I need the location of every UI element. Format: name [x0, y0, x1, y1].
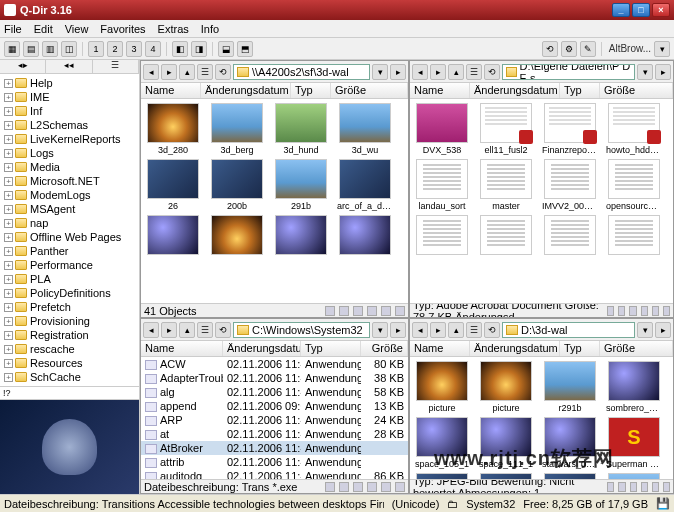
tree-node[interactable]: +IME — [4, 90, 137, 104]
col-2[interactable]: Typ — [301, 341, 361, 356]
path-dropdown[interactable]: ▾ — [372, 64, 388, 80]
status-icon[interactable] — [618, 482, 625, 492]
file-row[interactable]: ACW02.11.2006 11:44Anwendung80 KB — [141, 357, 408, 371]
status-icon[interactable] — [367, 482, 377, 492]
thumbnail-item[interactable]: ell11_fusl2 — [478, 103, 534, 155]
expand-icon[interactable]: + — [4, 135, 13, 144]
expand-icon[interactable]: + — [4, 219, 13, 228]
tree-node[interactable]: +SchCache — [4, 370, 137, 384]
back-button[interactable]: ◂ — [412, 64, 428, 80]
tool-pane1[interactable]: 1 — [88, 41, 104, 57]
thumbnail-item[interactable]: Superman Original — [606, 417, 662, 469]
fwd-button[interactable]: ▸ — [161, 64, 177, 80]
file-row[interactable]: AtBroker02.11.2006 11:44Anwendung — [141, 441, 408, 455]
thumbnail-item[interactable]: sombrero_hst_big — [606, 361, 662, 413]
thumbnail-item[interactable]: 3d_wu — [337, 103, 393, 155]
thumbnail-item[interactable]: DVX_538 — [414, 103, 470, 155]
tree-node[interactable]: +Microsoft.NET — [4, 174, 137, 188]
col-0[interactable]: Name — [141, 341, 223, 356]
tree-node[interactable]: +MSAgent — [4, 202, 137, 216]
status-icon[interactable] — [652, 482, 659, 492]
col-3[interactable]: Größe — [600, 83, 673, 98]
view-button[interactable]: ☰ — [197, 64, 213, 80]
up-button[interactable]: ▴ — [179, 64, 195, 80]
col-1[interactable]: Änderungsdatum — [470, 83, 560, 98]
thumbnail-item[interactable]: starwars_027_1024 — [542, 417, 598, 469]
menu-edit[interactable]: Edit — [34, 23, 53, 35]
status-icon[interactable] — [381, 306, 391, 316]
path-dropdown[interactable]: ▾ — [637, 64, 653, 80]
thumbnail-item[interactable]: picture — [478, 361, 534, 413]
col-2[interactable]: Typ — [560, 341, 600, 356]
thumbnail-item[interactable]: opensource_und_li... — [606, 159, 662, 211]
menu-info[interactable]: Info — [201, 23, 219, 35]
expand-icon[interactable]: + — [4, 79, 13, 88]
path-field[interactable]: C:\Windows\System32 — [233, 322, 370, 338]
expand-icon[interactable]: + — [4, 345, 13, 354]
col-2[interactable]: Typ — [291, 83, 331, 98]
up-button[interactable]: ▴ — [179, 322, 195, 338]
sidebar-tab-1[interactable]: ◂▸ — [0, 60, 46, 73]
sidebar-tab-2[interactable]: ◂◂ — [46, 60, 92, 73]
expand-icon[interactable]: + — [4, 247, 13, 256]
tree-node[interactable]: +Logs — [4, 146, 137, 160]
col-1[interactable]: Änderungsdatum — [201, 83, 291, 98]
tree-node[interactable]: +Panther — [4, 244, 137, 258]
view-button[interactable]: ☰ — [466, 322, 482, 338]
tree-node[interactable]: +Performance — [4, 258, 137, 272]
tree-node[interactable]: +Offline Web Pages — [4, 230, 137, 244]
tree-node[interactable]: +PolicyDefinitions — [4, 286, 137, 300]
tree-node[interactable]: +L2Schemas — [4, 118, 137, 132]
tool-layout4[interactable]: ◫ — [61, 41, 77, 57]
tool-d[interactable]: ⬒ — [237, 41, 253, 57]
tool-layout2[interactable]: ▤ — [23, 41, 39, 57]
col-1[interactable]: Änderungsdatum — [223, 341, 301, 356]
thumbnail-item[interactable] — [478, 215, 534, 257]
crumb-dropdown[interactable]: ▾ — [654, 41, 670, 57]
menu-extras[interactable]: Extras — [158, 23, 189, 35]
status-icon[interactable] — [339, 482, 349, 492]
status-icon[interactable] — [607, 482, 614, 492]
expand-icon[interactable]: + — [4, 317, 13, 326]
thumbnail-item[interactable] — [273, 215, 329, 257]
file-row[interactable]: at02.11.2006 11:44Anwendung28 KB — [141, 427, 408, 441]
tree-node[interactable]: +nap — [4, 216, 137, 230]
thumbnail-item[interactable]: 3d_berg — [209, 103, 265, 155]
tool-x1[interactable]: ⟲ — [542, 41, 558, 57]
expand-icon[interactable]: + — [4, 275, 13, 284]
status-icon[interactable] — [663, 306, 670, 316]
status-icon[interactable] — [618, 306, 625, 316]
tool-x3[interactable]: ✎ — [580, 41, 596, 57]
ref-button[interactable]: ⟲ — [484, 64, 500, 80]
status-icon[interactable] — [353, 306, 363, 316]
thumbnail-item[interactable]: arc_of_a_diver — [337, 159, 393, 211]
file-row[interactable]: attrib02.11.2006 11:44Anwendung — [141, 455, 408, 469]
back-button[interactable]: ◂ — [143, 322, 159, 338]
col-2[interactable]: Typ — [560, 83, 600, 98]
thumbnail-item[interactable]: 291b — [273, 159, 329, 211]
up-button[interactable]: ▴ — [448, 322, 464, 338]
status-icon[interactable] — [641, 306, 648, 316]
maximize-button[interactable]: □ — [632, 3, 650, 17]
status-icon[interactable] — [641, 482, 648, 492]
expand-icon[interactable]: + — [4, 205, 13, 214]
tool-x2[interactable]: ⚙ — [561, 41, 577, 57]
status-icon[interactable] — [663, 482, 670, 492]
expand-icon[interactable]: + — [4, 261, 13, 270]
thumbnail-item[interactable] — [542, 215, 598, 257]
go-button[interactable]: ▸ — [655, 64, 671, 80]
thumbnail-item[interactable]: master — [478, 159, 534, 211]
thumbnail-item[interactable] — [209, 215, 265, 257]
tool-a[interactable]: ◧ — [172, 41, 188, 57]
view-button[interactable]: ☰ — [197, 322, 213, 338]
status-icon[interactable] — [395, 482, 405, 492]
tree-node[interactable]: +PLA — [4, 272, 137, 286]
path-field[interactable]: D:\3d-wal — [502, 322, 635, 338]
tree-node[interactable]: +rescache — [4, 342, 137, 356]
status-icon[interactable] — [630, 482, 637, 492]
expand-icon[interactable]: + — [4, 107, 13, 116]
thumbnail-item[interactable]: r291b — [542, 361, 598, 413]
tree-node[interactable]: +Resources — [4, 356, 137, 370]
col-0[interactable]: Name — [141, 83, 201, 98]
tool-layout1[interactable]: ▦ — [4, 41, 20, 57]
